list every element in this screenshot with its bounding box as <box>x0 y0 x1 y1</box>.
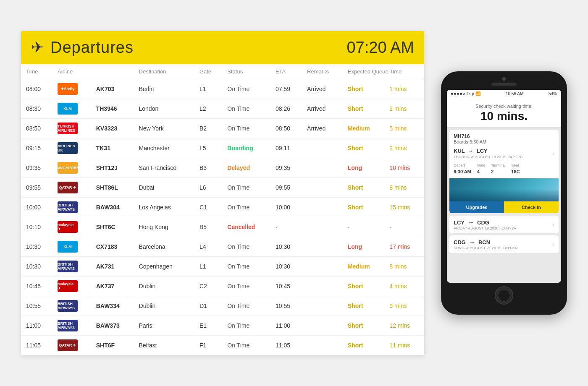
queue-label: Short <box>348 283 363 290</box>
cell-destination: Manchester <box>134 138 194 158</box>
cell-time: 09:15 <box>21 138 52 158</box>
cell-queue-label: Short <box>343 99 385 118</box>
chevron-right-icon[interactable]: › <box>552 150 554 157</box>
col-destination: Destination <box>134 64 194 79</box>
airline-logo: BRITISH AIRWAYS <box>58 320 78 331</box>
gate-value: 4 <box>477 169 480 174</box>
gate-detail: Gate 4 <box>477 163 486 175</box>
cell-queue-label: Medium <box>343 256 385 276</box>
cell-queue-mins: 4 mins <box>384 276 424 296</box>
checkin-button[interactable]: Check In <box>504 201 559 213</box>
terminal-value: 2 <box>491 169 494 174</box>
col-status: Status <box>222 64 270 79</box>
flight-details-row: Depart 6:30 AM Gate 4 Terminal 2 Seat 18… <box>449 162 559 178</box>
table-row: 08:50 TURKISH AIRLINES KV3323 New York B… <box>21 118 424 138</box>
cell-destination: New York <box>134 118 194 138</box>
cell-eta: 09:35 <box>270 158 302 177</box>
cell-time: 10:00 <box>21 197 52 217</box>
depart-value: 6:30 AM <box>454 169 471 174</box>
cell-time: 08:00 <box>21 79 52 99</box>
table-row: 10:30 KLM CX7183 Barcelona L4 On Time 10… <box>21 237 424 256</box>
table-row: 09:55 QATAR ✈ SHT86L Dubai L6 On Time 09… <box>21 177 424 197</box>
home-button[interactable] <box>495 286 513 305</box>
airline-logo: QATAR ✈ <box>58 339 78 351</box>
cell-status: On Time <box>222 118 270 138</box>
cell-destination: Copenhagen <box>134 256 194 276</box>
queue-mins: 8 mins <box>389 184 407 191</box>
cell-flight-number: TK31 <box>91 138 134 158</box>
queue-label: Short <box>348 184 363 191</box>
status-bar: Digi 📶 10:56 AM 54% <box>447 90 561 98</box>
phone-camera <box>501 76 506 81</box>
queue-label: Long <box>348 164 362 171</box>
cell-queue-label: Short <box>343 79 385 99</box>
airline-logo: QATAR ✈ <box>58 182 78 193</box>
table-row: 10:45 malaysia ✈ AK737 Dublin C2 On Time… <box>21 276 424 296</box>
cell-status: Cancelled <box>222 217 270 237</box>
cell-flight-number: AK703 <box>91 79 134 99</box>
upgrades-button[interactable]: Upgrades <box>449 201 504 213</box>
cell-destination: Los Angelas <box>134 197 194 217</box>
flight-status: On Time <box>227 204 249 211</box>
table-row: 11:05 QATAR ✈ SHT6F Belfast F1 On Time 1… <box>21 335 424 355</box>
flight-status: On Time <box>227 263 249 270</box>
table-header-row: Time Airline Destination Gate Status ETA… <box>21 64 424 79</box>
cell-queue-mins: 8 mins <box>384 177 424 197</box>
cell-gate: L5 <box>194 138 222 158</box>
cell-queue-mins: 17 mins <box>384 237 424 256</box>
phone-screen: Digi 📶 10:56 AM 54% Security check waiti… <box>447 90 561 283</box>
route2-row: LCY → CDG <box>454 219 516 226</box>
cell-destination: London <box>134 99 194 118</box>
cell-airline-logo: QATAR ✈ <box>52 177 91 197</box>
cell-queue-label: Short <box>343 335 385 355</box>
cell-gate: D1 <box>194 296 222 316</box>
phone-speaker <box>491 83 517 86</box>
cell-queue-mins: 10 mins <box>384 158 424 177</box>
flight-status: On Time <box>227 322 249 329</box>
queue-mins: 4 mins <box>389 283 407 290</box>
cell-eta: 08:26 <box>270 99 302 118</box>
cell-airline-logo: AIRLINES UK <box>52 138 91 158</box>
cell-destination: Dublin <box>134 276 194 296</box>
flight-table: Time Airline Destination Gate Status ETA… <box>21 64 424 355</box>
cell-remarks <box>302 158 343 177</box>
airline-logo: malaysia ✈ <box>58 280 78 292</box>
status-time: 10:56 AM <box>506 91 523 96</box>
board-title: Departures <box>50 39 134 57</box>
flight-status: On Time <box>227 184 249 191</box>
queue-label: Short <box>348 86 363 92</box>
table-row: 08:00 ✈firefly AK703 Berlin L1 On Time 0… <box>21 79 424 99</box>
cell-flight-number: AK737 <box>91 276 134 296</box>
queue-mins: 2 mins <box>389 105 407 112</box>
cell-remarks <box>302 177 343 197</box>
cell-eta: 08:50 <box>270 118 302 138</box>
cell-status: On Time <box>222 316 270 335</box>
cell-eta: 09:11 <box>270 138 302 158</box>
dot3 <box>457 93 459 95</box>
cell-time: 11:05 <box>21 335 52 355</box>
queue-label: Short <box>348 342 363 349</box>
cell-queue-mins: 1 mins <box>384 79 424 99</box>
cell-flight-number: SHT6C <box>91 217 134 237</box>
route1-to: LCY <box>477 148 488 154</box>
cell-status: On Time <box>222 177 270 197</box>
cell-eta: 10:30 <box>270 256 302 276</box>
route2-chevron-icon[interactable]: › <box>552 221 554 228</box>
cell-time: 09:35 <box>21 158 52 177</box>
cell-flight-number: SHT12J <box>91 158 134 177</box>
cell-flight-number: KV3323 <box>91 118 134 138</box>
cell-queue-label: Medium <box>343 118 385 138</box>
cell-eta: 11:00 <box>270 316 302 335</box>
route3-to: BCN <box>478 239 490 245</box>
cell-eta: 10:00 <box>270 197 302 217</box>
cell-queue-mins: 12 mins <box>384 316 424 335</box>
seat-detail: Seat 18C <box>511 163 520 175</box>
cell-flight-number: BAW304 <box>91 197 134 217</box>
cell-flight-number: AK731 <box>91 256 134 276</box>
dot2 <box>454 93 456 95</box>
departures-board: ✈ Departures 07:20 AM Time Airline Desti… <box>21 31 424 355</box>
queue-mins: 5 mins <box>389 125 407 132</box>
cell-queue-mins: 2 mins <box>384 99 424 118</box>
airline-logo: KLM <box>58 241 78 253</box>
route3-chevron-icon[interactable]: › <box>552 241 554 248</box>
